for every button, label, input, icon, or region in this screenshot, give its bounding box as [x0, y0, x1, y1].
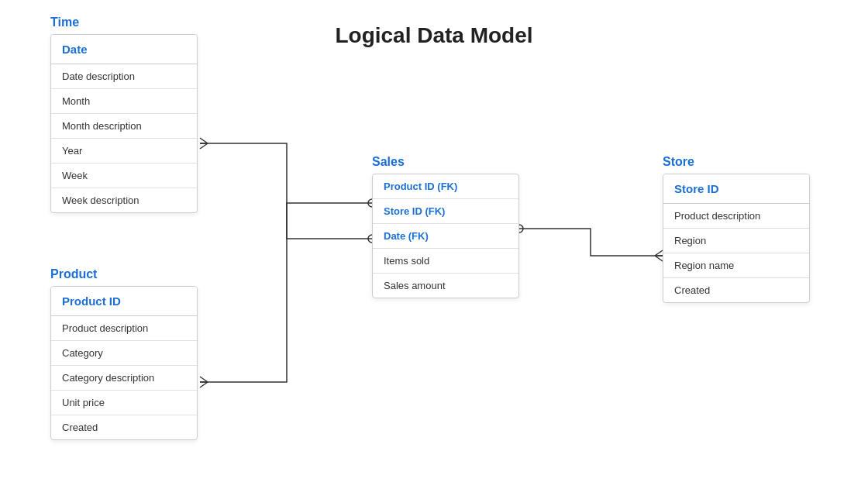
store-group-label: Store [663, 155, 810, 169]
sales-field-sales-amount: Sales amount [373, 274, 518, 298]
svg-line-10 [655, 256, 663, 261]
sales-field-store-id-fk: Store ID (FK) [373, 199, 518, 224]
store-field-region: Region [663, 229, 809, 253]
product-group: Product Product ID Product description C… [50, 267, 198, 440]
time-field-date-description: Date description [51, 64, 197, 89]
product-field-category-description: Category description [51, 366, 197, 391]
store-entity-header: Store ID [663, 174, 809, 204]
time-field-year: Year [51, 139, 197, 164]
product-field-created: Created [51, 415, 197, 439]
store-field-product-description: Product description [663, 204, 809, 229]
time-entity-header: Date [51, 35, 197, 64]
product-field-unit-price: Unit price [51, 391, 197, 415]
time-field-month-description: Month description [51, 114, 197, 139]
time-group: Time Date Date description Month Month d… [50, 15, 198, 213]
store-group: Store Store ID Product description Regio… [663, 155, 810, 303]
svg-line-1 [200, 143, 208, 149]
svg-line-0 [200, 138, 208, 143]
store-entity-box: Store ID Product description Region Regi… [663, 174, 810, 303]
time-field-week: Week [51, 164, 197, 188]
time-field-month: Month [51, 89, 197, 114]
sales-group-label: Sales [372, 155, 519, 169]
svg-line-9 [655, 250, 663, 256]
product-field-category: Category [51, 341, 197, 366]
svg-line-6 [200, 382, 208, 387]
sales-entity-box: Product ID (FK) Store ID (FK) Date (FK) … [372, 174, 519, 298]
product-entity-header: Product ID [51, 287, 197, 316]
store-field-region-name: Region name [663, 253, 809, 278]
time-field-week-description: Week description [51, 188, 197, 212]
store-field-created: Created [663, 278, 809, 302]
sales-group: Sales Product ID (FK) Store ID (FK) Date… [372, 155, 519, 298]
sales-field-items-sold: Items sold [373, 249, 518, 274]
time-group-label: Time [50, 15, 198, 29]
product-group-label: Product [50, 267, 198, 281]
sales-field-date-fk: Date (FK) [373, 224, 518, 249]
product-field-description: Product description [51, 316, 197, 341]
sales-field-product-id-fk: Product ID (FK) [373, 174, 518, 199]
time-entity-box: Date Date description Month Month descri… [50, 34, 198, 213]
product-entity-box: Product ID Product description Category … [50, 286, 198, 440]
svg-line-5 [200, 377, 208, 382]
